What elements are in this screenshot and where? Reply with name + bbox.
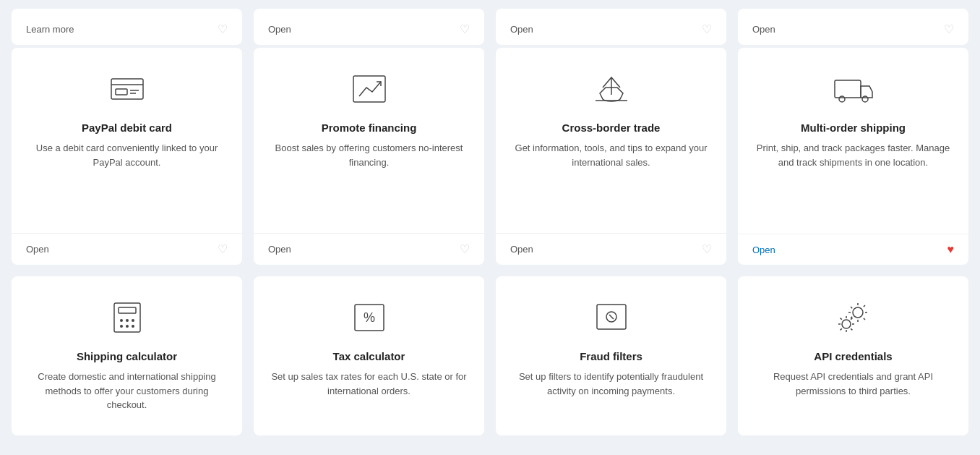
truck-icon — [832, 71, 875, 107]
card-fraud-filters: Fraud filters Set up filters to identify… — [496, 276, 726, 435]
calculator-icon — [106, 299, 149, 336]
shield-icon — [590, 299, 633, 336]
heart-icon-top-1[interactable]: ♡ — [460, 22, 470, 36]
promote-desc: Boost sales by offering customers no-int… — [271, 141, 467, 169]
card-body-paypal-debit: PayPal debit card Use a debit card conve… — [12, 48, 242, 233]
svg-point-30 — [120, 319, 123, 322]
card-shipping-calculator: Shipping calculator Create domestic and … — [12, 276, 242, 435]
card-body-shipping-calc: Shipping calculator Create domestic and … — [12, 276, 242, 435]
svg-point-26 — [839, 96, 845, 102]
card-footer-learn-more: Learn more ♡ — [12, 14, 242, 45]
ship-icon — [590, 71, 633, 107]
heart-icon-top-3[interactable]: ♡ — [944, 22, 954, 36]
card-body-cross-border: Cross-border trade Get information, tool… — [496, 48, 726, 233]
card-body-fraud: Fraud filters Set up filters to identify… — [496, 276, 726, 435]
top-open-label-3[interactable]: Open — [752, 24, 775, 35]
tax-calc-title: Tax calculator — [333, 350, 405, 362]
heart-icon-paypal-debit[interactable]: ♡ — [218, 242, 228, 256]
card-multi-order-shipping: Multi-order shipping Print, ship, and tr… — [738, 48, 968, 265]
svg-line-56 — [840, 328, 841, 330]
top-open-label-2[interactable]: Open — [510, 24, 533, 35]
card-top-open-3: Open ♡ — [738, 9, 968, 45]
svg-point-35 — [132, 325, 134, 328]
cross-border-desc: Get information, tools, and tips to expa… — [513, 141, 709, 169]
promote-open[interactable]: Open — [268, 244, 291, 255]
fraud-title: Fraud filters — [580, 350, 642, 362]
tax-calc-desc: Set up sales tax rates for each U.S. sta… — [271, 370, 467, 398]
paypal-debit-title: PayPal debit card — [82, 122, 172, 134]
card-footer-top-2: Open ♡ — [496, 14, 726, 45]
card-footer-top-3: Open ♡ — [738, 14, 968, 45]
card-body-api: API credentials Request API credentials … — [738, 276, 968, 435]
card-footer-paypal-debit: Open ♡ — [12, 233, 242, 265]
svg-point-27 — [862, 96, 868, 102]
svg-point-33 — [120, 325, 123, 328]
card-body-multi-order: Multi-order shipping Print, ship, and tr… — [738, 48, 968, 234]
multi-order-desc: Print, ship, and track packages faster. … — [755, 141, 951, 169]
heart-icon-cross-border[interactable]: ♡ — [702, 242, 712, 256]
card-footer-cross-border: Open ♡ — [496, 233, 726, 265]
card-footer-promote: Open ♡ — [254, 233, 484, 265]
card-body-tax-calc: % Tax calculator Set up sales tax rates … — [254, 276, 484, 435]
svg-line-49 — [851, 307, 852, 308]
card-tax-calculator: % Tax calculator Set up sales tax rates … — [254, 276, 484, 435]
svg-rect-29 — [119, 307, 136, 313]
svg-line-40 — [609, 315, 614, 319]
learn-more-label[interactable]: Learn more — [26, 24, 74, 35]
card-learn-more: Learn more ♡ — [12, 9, 242, 45]
multi-order-open[interactable]: Open — [752, 244, 775, 255]
card-api-credentials: API credentials Request API credentials … — [738, 276, 968, 435]
card-top-open-1: Open ♡ — [254, 9, 484, 45]
svg-point-32 — [132, 319, 134, 322]
debit-card-icon — [106, 71, 149, 107]
chart-up-icon — [348, 71, 391, 107]
svg-line-46 — [863, 305, 864, 307]
card-promote-financing: Promote financing Boost sales by offerin… — [254, 48, 484, 265]
heart-icon-promote[interactable]: ♡ — [460, 242, 470, 256]
svg-point-50 — [842, 320, 851, 328]
svg-point-41 — [853, 307, 863, 318]
svg-point-31 — [126, 319, 129, 322]
heart-icon-learn-more[interactable]: ♡ — [218, 22, 228, 36]
svg-line-57 — [851, 328, 852, 330]
api-title: API credentials — [814, 350, 892, 362]
cross-border-open[interactable]: Open — [510, 244, 533, 255]
svg-point-34 — [126, 325, 129, 328]
gear-icon — [828, 299, 879, 336]
card-body-promote: Promote financing Boost sales by offerin… — [254, 48, 484, 233]
shipping-calc-title: Shipping calculator — [77, 350, 177, 362]
shipping-calc-desc: Create domestic and international shippi… — [29, 370, 225, 412]
paypal-debit-open[interactable]: Open — [26, 244, 49, 255]
paypal-debit-desc: Use a debit card conveniently linked to … — [29, 141, 225, 169]
svg-text:%: % — [363, 310, 374, 325]
api-desc: Request API credentials and grant API pe… — [755, 370, 951, 398]
svg-line-58 — [840, 318, 841, 320]
svg-rect-25 — [835, 80, 861, 98]
card-footer-top-1: Open ♡ — [254, 14, 484, 45]
card-footer-multi-order: Open ♥ — [738, 234, 968, 265]
fraud-desc: Set up filters to identify potentially f… — [513, 370, 709, 398]
top-open-label-1[interactable]: Open — [268, 24, 291, 35]
promote-title: Promote financing — [322, 122, 417, 134]
multi-order-title: Multi-order shipping — [801, 122, 906, 134]
heart-icon-multi-order[interactable]: ♥ — [947, 243, 955, 256]
svg-line-48 — [863, 318, 864, 320]
card-cross-border: Cross-border trade Get information, tool… — [496, 48, 726, 265]
heart-icon-top-2[interactable]: ♡ — [702, 22, 712, 36]
cross-border-title: Cross-border trade — [562, 122, 661, 134]
card-top-open-2: Open ♡ — [496, 9, 726, 45]
tax-icon: % — [348, 299, 391, 336]
card-paypal-debit-card: PayPal debit card Use a debit card conve… — [12, 48, 242, 265]
